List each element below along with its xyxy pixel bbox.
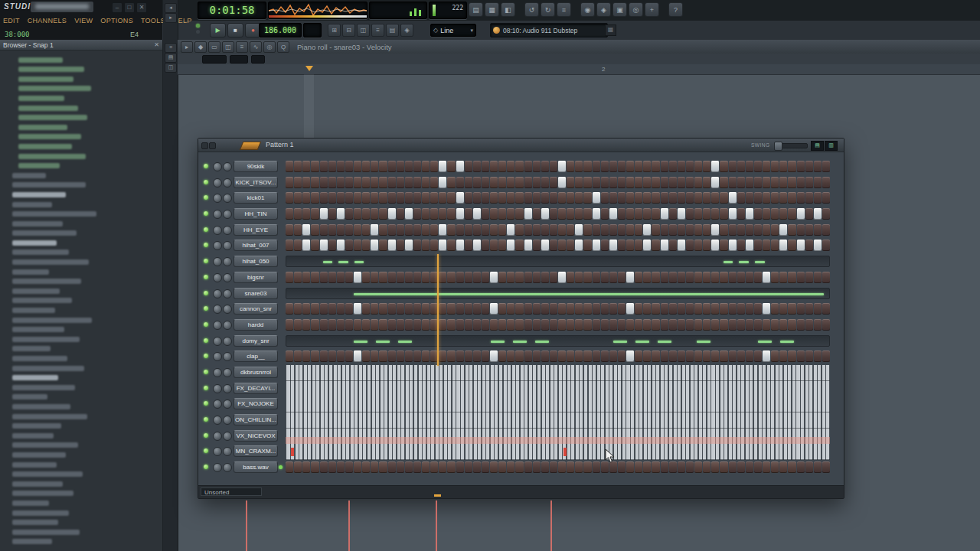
step-cell[interactable] [430, 224, 438, 236]
step-cell[interactable] [302, 319, 310, 331]
step-cell[interactable] [771, 224, 779, 236]
step-cell[interactable] [302, 272, 310, 283]
channel-mute-led[interactable] [204, 275, 208, 279]
step-cell[interactable] [302, 177, 310, 188]
step-cell[interactable] [311, 303, 318, 315]
step-cell[interactable] [362, 272, 370, 283]
step-cell[interactable] [473, 177, 481, 188]
step-cell[interactable] [311, 161, 318, 172]
step-cell[interactable] [746, 161, 753, 172]
step-cell[interactable] [405, 272, 413, 283]
step-cell[interactable] [643, 303, 651, 315]
close-icon[interactable]: ✕ [136, 2, 147, 13]
step-cell[interactable] [737, 192, 745, 204]
step-cell[interactable] [720, 240, 727, 251]
step-cell[interactable] [635, 319, 642, 331]
step-cell[interactable] [593, 350, 600, 362]
step-cell[interactable] [797, 192, 805, 204]
step-cell[interactable] [447, 208, 455, 220]
step-cell[interactable] [729, 319, 737, 331]
pan-knob[interactable] [213, 289, 222, 298]
step-cell[interactable] [456, 319, 464, 331]
step-cell[interactable] [302, 208, 310, 220]
note-preview-track[interactable] [286, 288, 830, 299]
step-cell[interactable] [797, 240, 805, 251]
step-cell[interactable] [771, 272, 779, 283]
pan-knob[interactable] [213, 194, 222, 203]
step-cell[interactable] [805, 240, 813, 251]
step-cell[interactable] [498, 350, 506, 362]
step-cell[interactable] [754, 208, 762, 220]
mixer-icon[interactable]: ≡ [557, 2, 571, 17]
step-cell[interactable] [413, 177, 421, 188]
step-cell[interactable] [618, 177, 626, 188]
step-cell[interactable] [422, 208, 430, 220]
step-cell[interactable] [788, 224, 795, 236]
channel-button[interactable]: VX_NICEVOX [234, 430, 278, 442]
step-cell[interactable] [686, 208, 694, 220]
step-cell[interactable] [413, 161, 421, 172]
step-cell[interactable] [626, 303, 634, 315]
volume-knob[interactable] [223, 463, 232, 472]
step-cell[interactable] [507, 240, 514, 251]
step-cell[interactable] [779, 272, 787, 283]
export-icon[interactable]: ◧ [501, 2, 515, 17]
step-cell[interactable] [447, 192, 455, 204]
step-cell[interactable] [311, 240, 318, 251]
step-cell[interactable] [447, 224, 455, 236]
step-cell[interactable] [345, 240, 353, 251]
step-cell[interactable] [754, 350, 762, 362]
browser-item[interactable] [12, 269, 49, 275]
step-cell[interactable] [311, 224, 318, 236]
step-cell[interactable] [422, 224, 430, 236]
step-cell[interactable] [473, 319, 481, 331]
volume-knob[interactable] [223, 432, 232, 441]
step-cell[interactable] [533, 224, 541, 236]
step-cell[interactable] [601, 303, 609, 315]
step-cell[interactable] [754, 461, 762, 473]
browser-item[interactable] [12, 375, 58, 380]
channel-button[interactable]: bigsnr [234, 272, 278, 283]
step-cell[interactable] [669, 350, 677, 362]
step-cell[interactable] [558, 461, 566, 473]
step-cell[interactable] [413, 240, 421, 251]
step-cell[interactable] [541, 303, 549, 315]
step-cell[interactable] [737, 208, 745, 220]
step-cell[interactable] [379, 208, 387, 220]
step-cell[interactable] [447, 240, 455, 251]
step-cell[interactable] [678, 192, 685, 204]
step-cell[interactable] [583, 272, 591, 283]
step-cell[interactable] [593, 461, 600, 473]
step-cell[interactable] [558, 192, 566, 204]
channel-mute-led[interactable] [204, 164, 208, 168]
step-cell[interactable] [788, 319, 795, 331]
step-cell[interactable] [626, 208, 634, 220]
step-cell[interactable] [286, 303, 293, 315]
pat-song-switch[interactable] [196, 24, 200, 34]
step-cell[interactable] [635, 350, 642, 362]
pan-knob[interactable] [213, 162, 222, 171]
step-cell[interactable] [328, 350, 336, 362]
step-cell[interactable] [779, 224, 787, 236]
step-cell[interactable] [771, 350, 779, 362]
close-icon[interactable]: ✕ [154, 41, 159, 48]
pan-knob[interactable] [213, 463, 222, 472]
step-cell[interactable] [515, 177, 523, 188]
step-cell[interactable] [379, 224, 387, 236]
swing-slider[interactable] [774, 143, 808, 148]
volume-knob[interactable] [223, 337, 232, 346]
step-cell[interactable] [661, 350, 668, 362]
step-cell[interactable] [354, 161, 361, 172]
step-cell[interactable] [405, 319, 413, 331]
step-cell[interactable] [490, 192, 498, 204]
step-cell[interactable] [694, 177, 702, 188]
step-cell[interactable] [337, 161, 345, 172]
step-cell[interactable] [456, 208, 464, 220]
step-cell[interactable] [379, 240, 387, 251]
step-cell[interactable] [286, 192, 293, 204]
step-cell[interactable] [345, 303, 353, 315]
step-cell[interactable] [711, 461, 719, 473]
step-cell[interactable] [720, 461, 727, 473]
step-cell[interactable] [533, 272, 541, 283]
swing-slider-handle[interactable] [774, 142, 782, 151]
